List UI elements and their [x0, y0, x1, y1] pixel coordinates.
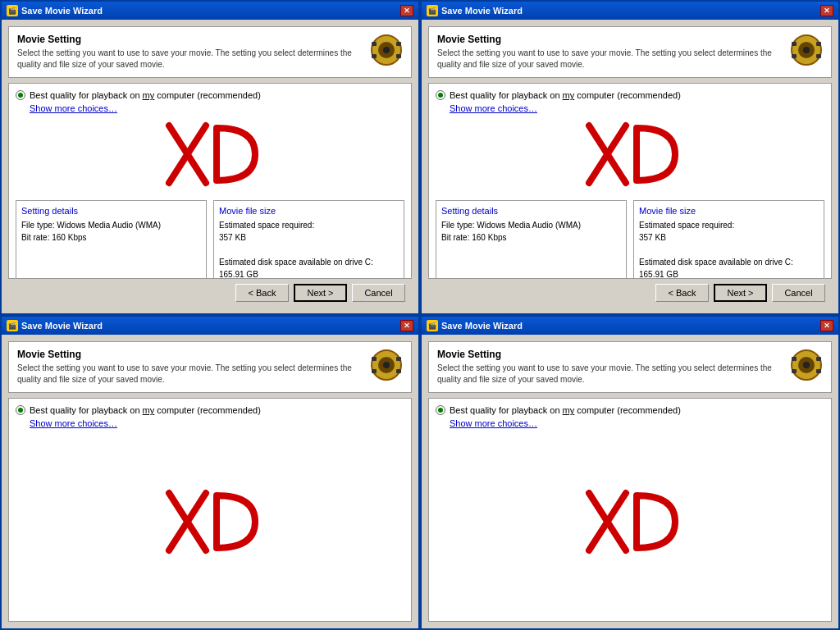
cancel-button-top-left[interactable]: Cancel — [352, 284, 405, 302]
show-more-link-bottom-left[interactable]: Show more choices… — [30, 418, 404, 428]
next-button-top-left[interactable]: Next > — [294, 284, 347, 302]
header-desc-top-right: Select the setting you want to use to sa… — [437, 48, 790, 71]
radio-label-bottom-left: Best quality for playback on my computer… — [30, 405, 261, 415]
svg-rect-5 — [396, 42, 401, 46]
movie-icon-top-left — [370, 34, 403, 66]
svg-rect-21 — [372, 357, 377, 361]
header-section-bottom-left: Movie Setting Select the setting you wan… — [8, 341, 412, 393]
wizard-window-bottom-left: 🎬 Save Movie Wizard ✕ Movie Setting Sele… — [0, 315, 420, 630]
xd-drawing-top-left — [16, 113, 404, 195]
svg-point-11 — [803, 47, 810, 53]
radio-option-bottom-left[interactable]: Best quality for playback on my computer… — [16, 405, 404, 415]
next-button-top-right[interactable]: Next > — [714, 284, 767, 302]
est-space-value-tr: 357 KB — [639, 233, 666, 242]
file-size-box-top-left: Movie file size Estimated space required… — [213, 200, 404, 279]
main-area-bottom-left: Best quality for playback on my computer… — [8, 398, 412, 622]
file-size-content-tl: Estimated space required: 357 KB Estimat… — [219, 219, 399, 279]
est-space-label-tr: Estimated space required: — [639, 221, 734, 230]
radio-label-bottom-right: Best quality for playback on my computer… — [450, 405, 681, 415]
radio-circle-bottom-left[interactable] — [16, 405, 25, 415]
window-icon-bottom-right: 🎬 — [427, 320, 438, 331]
show-more-link-bottom-right[interactable]: Show more choices… — [450, 418, 824, 428]
bit-rate-value-tl: 160 Kbps — [52, 233, 86, 242]
setting-details-box-top-right: Setting details File type: Widows Media … — [436, 200, 627, 279]
xd-drawing-bottom-right — [436, 428, 824, 614]
movie-icon-bottom-right — [790, 349, 823, 381]
disk-space-value-tr: 165.91 GB — [639, 270, 678, 279]
window-icon-bottom-left: 🎬 — [7, 320, 18, 331]
details-section-top-left: Setting details File type: Widows Media … — [16, 200, 404, 279]
svg-rect-24 — [396, 369, 401, 373]
xd-svg-top-right — [581, 113, 679, 195]
back-button-top-left[interactable]: < Back — [235, 284, 289, 302]
title-text-top-right: Save Movie Wizard — [441, 6, 523, 16]
main-area-top-left: Best quality for playback on my computer… — [8, 83, 412, 279]
svg-rect-4 — [372, 54, 377, 58]
button-bar-top-left: < Back Next > Cancel — [8, 279, 412, 307]
radio-circle-top-right[interactable] — [436, 90, 445, 100]
title-bar-bottom-right: 🎬 Save Movie Wizard ✕ — [422, 317, 838, 335]
cancel-button-top-right[interactable]: Cancel — [772, 284, 825, 302]
setting-details-box-top-left: Setting details File type: Widows Media … — [16, 200, 207, 279]
title-text-bottom-right: Save Movie Wizard — [441, 321, 523, 331]
back-button-top-right[interactable]: < Back — [655, 284, 709, 302]
radio-option-top-right[interactable]: Best quality for playback on my computer… — [436, 90, 824, 100]
title-bar-bottom-left: 🎬 Save Movie Wizard ✕ — [2, 317, 418, 335]
movie-icon-bottom-left — [370, 349, 403, 381]
title-text-top-left: Save Movie Wizard — [21, 6, 103, 16]
title-bar-top-left: 🎬 Save Movie Wizard ✕ — [2, 2, 418, 20]
svg-rect-6 — [396, 54, 401, 58]
est-space-value-tl: 357 KB — [219, 233, 246, 242]
file-type-value-tr: Widows Media Audio (WMA) — [477, 221, 581, 230]
svg-point-29 — [803, 362, 810, 368]
main-area-top-right: Best quality for playback on my computer… — [428, 83, 832, 279]
radio-option-bottom-right[interactable]: Best quality for playback on my computer… — [436, 405, 824, 415]
file-size-title-tl: Movie file size — [219, 206, 399, 216]
disk-space-label-tl: Estimated disk space available on drive … — [219, 258, 373, 267]
est-space-label-tl: Estimated space required: — [219, 221, 314, 230]
button-bar-top-right: < Back Next > Cancel — [428, 279, 832, 307]
xd-svg-bottom-right — [581, 481, 679, 563]
radio-option-top-left[interactable]: Best quality for playback on my computer… — [16, 90, 404, 100]
svg-rect-22 — [372, 369, 377, 373]
radio-circle-top-left[interactable] — [16, 90, 25, 100]
movie-icon-top-right — [790, 34, 823, 66]
header-section-top-right: Movie Setting Select the setting you wan… — [428, 26, 832, 78]
close-button-top-left[interactable]: ✕ — [400, 5, 413, 16]
disk-space-label-tr: Estimated disk space available on drive … — [639, 258, 793, 267]
svg-rect-33 — [816, 369, 821, 373]
svg-rect-13 — [792, 54, 797, 58]
header-title-top-left: Movie Setting — [17, 34, 370, 45]
show-more-link-top-left[interactable]: Show more choices… — [30, 103, 404, 113]
svg-point-20 — [383, 362, 390, 368]
bit-rate-label-tl: Bit rate: — [21, 233, 49, 242]
setting-details-content-tr: File type: Widows Media Audio (WMA) Bit … — [441, 219, 621, 244]
svg-rect-15 — [816, 54, 821, 58]
radio-label-top-left: Best quality for playback on my computer… — [30, 90, 261, 100]
show-more-link-top-right[interactable]: Show more choices… — [450, 103, 824, 113]
svg-rect-3 — [372, 42, 377, 46]
xd-svg-top-left — [161, 113, 259, 195]
xd-drawing-bottom-left — [16, 428, 404, 614]
header-section-bottom-right: Movie Setting Select the setting you wan… — [428, 341, 832, 393]
setting-details-title-tr: Setting details — [441, 206, 621, 216]
bit-rate-label-tr: Bit rate: — [441, 233, 469, 242]
details-section-top-right: Setting details File type: Widows Media … — [436, 200, 824, 279]
svg-rect-12 — [792, 42, 797, 46]
title-text-bottom-left: Save Movie Wizard — [21, 321, 103, 331]
header-section-top-left: Movie Setting Select the setting you wan… — [8, 26, 412, 78]
window-icon-top-right: 🎬 — [427, 5, 438, 16]
file-size-content-tr: Estimated space required: 357 KB Estimat… — [639, 219, 819, 279]
close-button-bottom-right[interactable]: ✕ — [820, 320, 833, 331]
header-title-bottom-right: Movie Setting — [437, 349, 790, 360]
close-button-bottom-left[interactable]: ✕ — [400, 320, 413, 331]
svg-rect-31 — [792, 369, 797, 373]
header-title-top-right: Movie Setting — [437, 34, 790, 45]
svg-rect-30 — [792, 357, 797, 361]
close-button-top-right[interactable]: ✕ — [820, 5, 833, 16]
setting-details-content-top-left: File type: Widows Media Audio (WMA) Bit … — [21, 219, 201, 244]
svg-rect-32 — [816, 357, 821, 361]
radio-circle-bottom-right[interactable] — [436, 405, 445, 415]
header-title-bottom-left: Movie Setting — [17, 349, 370, 360]
file-type-value-tl: Widows Media Audio (WMA) — [57, 221, 161, 230]
